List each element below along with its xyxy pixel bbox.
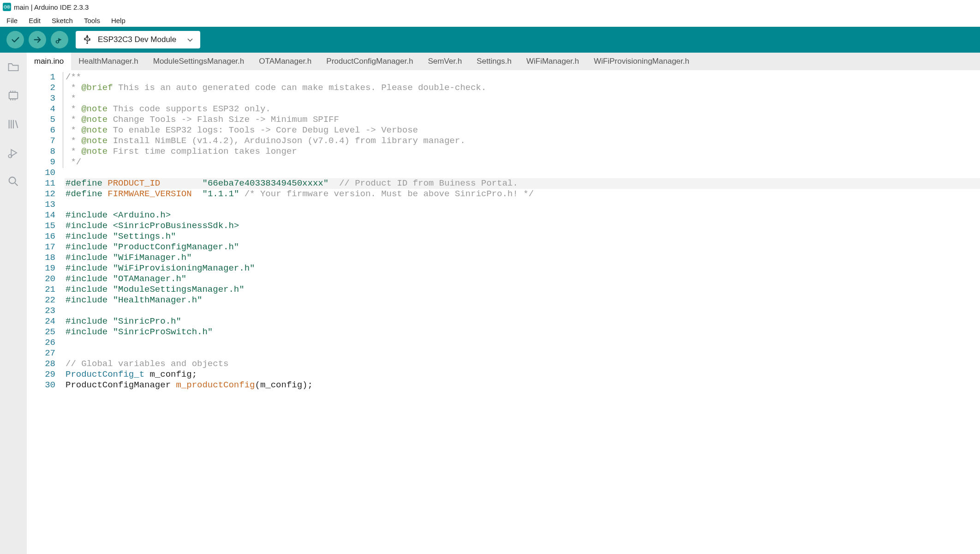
code-line[interactable]: [65, 199, 980, 210]
sidebar-debug-button[interactable]: [6, 145, 21, 161]
code-line[interactable]: #define FIRMWARE_VERSION "1.1.1" /* Your…: [65, 189, 980, 199]
code-line[interactable]: #include "ProductConfigManager.h": [65, 242, 980, 253]
code-line[interactable]: [65, 348, 980, 359]
tab-wifimanager[interactable]: WiFiManager.h: [519, 53, 586, 70]
code-line[interactable]: #include "SinricProSwitch.h": [65, 327, 980, 337]
debug-button[interactable]: [51, 31, 68, 48]
tab-main-ino[interactable]: main.ino: [27, 53, 71, 70]
menu-sketch[interactable]: Sketch: [46, 15, 78, 26]
arduino-app-icon: [3, 3, 11, 11]
books-icon: [7, 118, 20, 131]
code-line[interactable]: * @note This code supports ESP32 only.: [65, 104, 980, 114]
tab-otamanager[interactable]: OTAManager.h: [251, 53, 319, 70]
code-line[interactable]: ProductConfig_t m_config;: [65, 369, 980, 380]
tab-settings[interactable]: Settings.h: [469, 53, 519, 70]
code-line[interactable]: [65, 337, 980, 348]
code-line[interactable]: */: [65, 157, 980, 168]
code-line[interactable]: #define PRODUCT_ID "66eba7e40338349450xx…: [65, 178, 980, 189]
sidebar: [0, 53, 27, 554]
fold-indicator: [63, 70, 65, 554]
sidebar-search-button[interactable]: [6, 174, 21, 189]
svg-point-5: [87, 35, 88, 36]
menu-edit[interactable]: Edit: [23, 15, 46, 26]
folder-icon: [7, 60, 20, 73]
tab-semver[interactable]: SemVer.h: [420, 53, 469, 70]
upload-button[interactable]: [29, 31, 46, 48]
code-line[interactable]: #include <SinricProBusinessSdk.h>: [65, 221, 980, 231]
tab-healthmanager[interactable]: HealthManager.h: [71, 53, 145, 70]
editor-area: main.ino HealthManager.h ModuleSettingsM…: [27, 53, 980, 554]
code-line[interactable]: * @note To enable ESP32 logs: Tools -> C…: [65, 125, 980, 136]
line-gutter: 1234567891011121314151617181920212223242…: [27, 70, 63, 554]
titlebar: main | Arduino IDE 2.3.3: [0, 0, 980, 14]
code-line[interactable]: #include "WiFiManager.h": [65, 253, 980, 263]
code-line[interactable]: #include "HealthManager.h": [65, 295, 980, 306]
code-line[interactable]: /**: [65, 72, 980, 83]
code-line[interactable]: #include <Arduino.h>: [65, 210, 980, 221]
menu-help[interactable]: Help: [106, 15, 131, 26]
code-line[interactable]: // Global variables and objects: [65, 359, 980, 369]
board-selector[interactable]: ESP32C3 Dev Module: [76, 31, 200, 48]
sidebar-library-manager-button[interactable]: [6, 116, 21, 132]
code-line[interactable]: * @note First time compliation takes lon…: [65, 146, 980, 157]
usb-icon: [83, 35, 91, 45]
board-name: ESP32C3 Dev Module: [98, 35, 181, 44]
code-line[interactable]: [65, 168, 980, 178]
code-line[interactable]: *: [65, 93, 980, 104]
tab-bar: main.ino HealthManager.h ModuleSettingsM…: [27, 53, 980, 70]
sidebar-folder-button[interactable]: [6, 59, 21, 75]
tab-modulesettingsmanager[interactable]: ModuleSettingsManager.h: [146, 53, 252, 70]
window-title: main | Arduino IDE 2.3.3: [14, 3, 89, 11]
code-line[interactable]: #include "SinricPro.h": [65, 316, 980, 327]
code-line[interactable]: #include "Settings.h": [65, 231, 980, 242]
code-content[interactable]: /** * @brief This is an auto generated c…: [65, 70, 980, 554]
code-line[interactable]: * @note Install NimBLE (v1.4.2), Arduino…: [65, 136, 980, 146]
code-line[interactable]: #include "WiFiProvisioningManager.h": [65, 263, 980, 274]
menubar: File Edit Sketch Tools Help: [0, 14, 980, 27]
code-line[interactable]: * @note Change Tools -> Flash Size -> Mi…: [65, 114, 980, 125]
sidebar-board-manager-button[interactable]: [6, 88, 21, 103]
svg-point-4: [87, 42, 88, 44]
debug-sidebar-icon: [7, 146, 20, 159]
tab-productconfigmanager[interactable]: ProductConfigManager.h: [319, 53, 420, 70]
debug-play-icon: [54, 35, 65, 45]
code-line[interactable]: [65, 306, 980, 316]
workspace: main.ino HealthManager.h ModuleSettingsM…: [0, 53, 980, 554]
board-icon: [7, 89, 20, 102]
code-line[interactable]: #include "OTAManager.h": [65, 274, 980, 284]
code-line[interactable]: #include "ModuleSettingsManager.h": [65, 284, 980, 295]
code-line[interactable]: ProductConfigManager m_productConfig(m_c…: [65, 380, 980, 391]
code-editor[interactable]: 1234567891011121314151617181920212223242…: [27, 70, 980, 554]
svg-point-8: [9, 177, 16, 184]
chevron-down-icon: [187, 36, 193, 43]
verify-button[interactable]: [6, 31, 24, 48]
tab-wifiprovisioningmanager[interactable]: WiFiProvisioningManager.h: [586, 53, 697, 70]
menu-tools[interactable]: Tools: [78, 15, 106, 26]
check-icon: [10, 35, 20, 45]
toolbar: ESP32C3 Dev Module: [0, 27, 980, 53]
menu-file[interactable]: File: [1, 15, 23, 26]
arrow-right-icon: [32, 35, 42, 45]
search-icon: [7, 175, 20, 188]
svg-rect-6: [9, 92, 18, 99]
code-line[interactable]: * @brief This is an auto generated code …: [65, 83, 980, 93]
